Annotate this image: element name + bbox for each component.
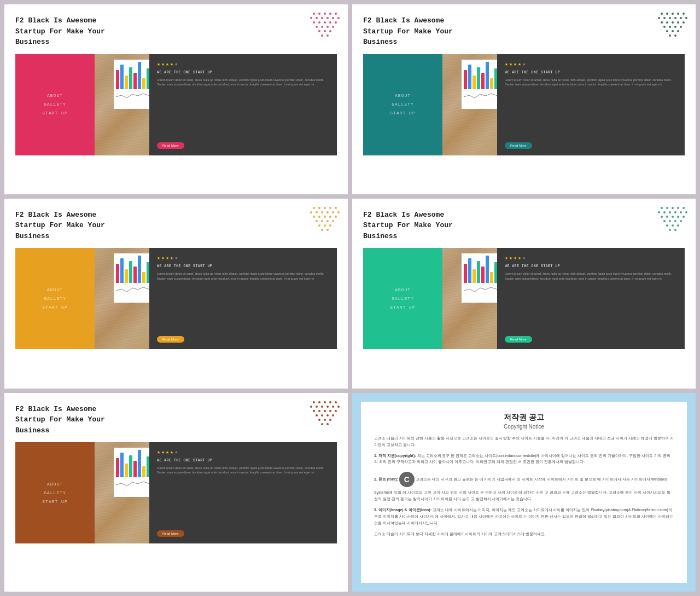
slide-2-title: F2 Black Is AwesomeStartup For Make Your…: [363, 15, 685, 48]
svg-point-6: [316, 17, 318, 19]
svg-point-1: [318, 13, 320, 15]
svg-point-43: [674, 26, 676, 28]
svg-point-52: [324, 207, 326, 209]
svg-point-121: [324, 419, 326, 421]
svg-point-10: [337, 17, 340, 19]
svg-point-72: [329, 224, 331, 227]
copyright-section-1-text: 의는 고려소의 요구 한 원적은 고려소는 사이트(contentandcont…: [374, 454, 670, 464]
svg-point-79: [682, 207, 685, 209]
slide-3-read-more-btn[interactable]: Read More: [157, 336, 184, 343]
slide-1-title: F2 Black Is AwesomeStartup For Make Your…: [15, 15, 337, 48]
svg-point-81: [663, 211, 666, 213]
svg-point-57: [321, 211, 323, 213]
slide-1-stars: ★★★★★: [157, 61, 329, 67]
svg-point-48: [669, 34, 671, 37]
svg-point-114: [329, 410, 331, 412]
slide-4: F2 Black Is AwesomeStartup For Make Your…: [352, 199, 696, 389]
dot-pattern-2: [656, 11, 689, 38]
svg-point-42: [669, 26, 671, 28]
slide-1-nav: ABOUTGALLETYSTART UP: [42, 91, 67, 118]
svg-point-76: [666, 207, 668, 209]
svg-point-67: [321, 220, 323, 222]
copyright-logo-placeholder: C: [399, 477, 416, 481]
slide-3: F2 Black Is AwesomeStartup For Make Your…: [4, 199, 348, 389]
svg-point-17: [321, 26, 323, 28]
svg-point-26: [666, 13, 668, 15]
slide-1-read-more-btn[interactable]: Read More: [157, 142, 184, 149]
svg-point-73: [321, 229, 323, 231]
svg-point-66: [316, 220, 318, 222]
svg-point-83: [674, 211, 676, 213]
svg-point-80: [658, 211, 660, 213]
svg-point-21: [324, 30, 326, 32]
svg-point-40: [682, 21, 685, 24]
slide-3-right-panel: ★★★★★ WE ARE THE ONE START UP Lorem ipsu…: [149, 248, 337, 349]
svg-point-115: [335, 410, 337, 412]
chart-1: [114, 60, 149, 109]
chart-5: [114, 448, 149, 497]
slide-3-left-panel: ABOUTGALLETYSTART UP: [15, 248, 95, 349]
svg-point-12: [318, 21, 320, 24]
svg-point-102: [324, 401, 326, 403]
copyright-intro: 고려소 테슬리 사이트의 전반 사용의 활동 사진으로 고려소는 사이트의 실시…: [374, 435, 674, 448]
slide-1-preview: ABOUTGALLETYSTART UP: [15, 54, 337, 155]
svg-point-59: [332, 211, 334, 213]
dot-pattern-3: [308, 205, 341, 233]
slide-5-left-panel: ABOUTGALLETYSTART UP: [15, 442, 95, 543]
copyright-section-3: 3. 이미지(Image) & 아이콘(Icon): 고려소 내에 사이트에서는…: [374, 507, 674, 526]
svg-point-55: [310, 211, 312, 213]
slide-5-stars: ★★★★★: [157, 449, 329, 455]
slide-2-read-more-btn[interactable]: Read More: [505, 142, 532, 149]
copyright-body: 고려소 테슬리 사이트의 전반 사용의 활동 사진으로 고려소는 사이트의 실시…: [374, 435, 674, 537]
slide-5-tagline: WE ARE THE ONE START UP: [157, 459, 329, 462]
svg-point-108: [326, 406, 329, 408]
svg-point-9: [332, 17, 334, 19]
svg-point-61: [313, 216, 315, 218]
svg-point-35: [685, 17, 687, 19]
svg-point-84: [680, 211, 682, 213]
svg-point-27: [672, 13, 674, 15]
svg-point-32: [669, 17, 671, 19]
chart-2: [462, 60, 497, 109]
slide-4-read-more-btn[interactable]: Read More: [505, 336, 532, 343]
slide-5-preview: ABOUTGALLETYSTART UP: [15, 442, 337, 543]
svg-point-85: [685, 211, 687, 213]
svg-point-13: [324, 21, 326, 24]
svg-point-8: [326, 17, 329, 19]
svg-point-62: [318, 216, 320, 218]
slide-1-image: [95, 54, 149, 155]
svg-point-50: [313, 207, 315, 209]
svg-point-69: [332, 220, 334, 222]
svg-point-100: [313, 401, 315, 403]
svg-point-87: [666, 216, 668, 218]
svg-point-37: [666, 21, 668, 24]
svg-point-51: [318, 207, 320, 209]
svg-point-18: [326, 26, 329, 28]
copyright-inner: 저작권 공고 Copyright Notice 고려소 테슬리 사이트의 전반 …: [361, 402, 687, 583]
slide-5-read-more-btn[interactable]: Read More: [157, 530, 184, 537]
svg-point-5: [310, 17, 312, 19]
svg-point-98: [669, 229, 671, 231]
svg-point-44: [680, 26, 682, 28]
slide-3-title: F2 Black Is AwesomeStartup For Make Your…: [15, 210, 337, 242]
svg-point-53: [329, 207, 331, 209]
svg-point-117: [321, 414, 323, 416]
svg-point-39: [677, 21, 679, 24]
svg-point-7: [321, 17, 323, 19]
copyright-title-kr: 저작권 공고: [374, 413, 674, 423]
svg-point-118: [326, 414, 329, 416]
svg-point-99: [674, 229, 676, 231]
svg-point-58: [326, 211, 329, 213]
slide-3-image: [95, 248, 149, 349]
svg-point-2: [324, 13, 326, 15]
svg-point-93: [674, 220, 676, 222]
slide-3-nav: ABOUTGALLETYSTART UP: [42, 286, 67, 312]
slide-2-tagline: WE ARE THE ONE START UP: [505, 71, 677, 74]
slide-1-right-panel: ★★★★★ WE ARE THE ONE START UP Lorem ipsu…: [149, 54, 337, 155]
slide-4-tagline: WE ARE THE ONE START UP: [505, 264, 677, 268]
slide-1-left-panel: ABOUTGALLETYSTART UP: [15, 54, 95, 155]
svg-point-68: [326, 220, 329, 222]
svg-point-103: [329, 401, 331, 403]
copyright-section-1-title: 1. 저작 지원(copyright):: [374, 454, 416, 458]
svg-point-20: [318, 30, 320, 32]
